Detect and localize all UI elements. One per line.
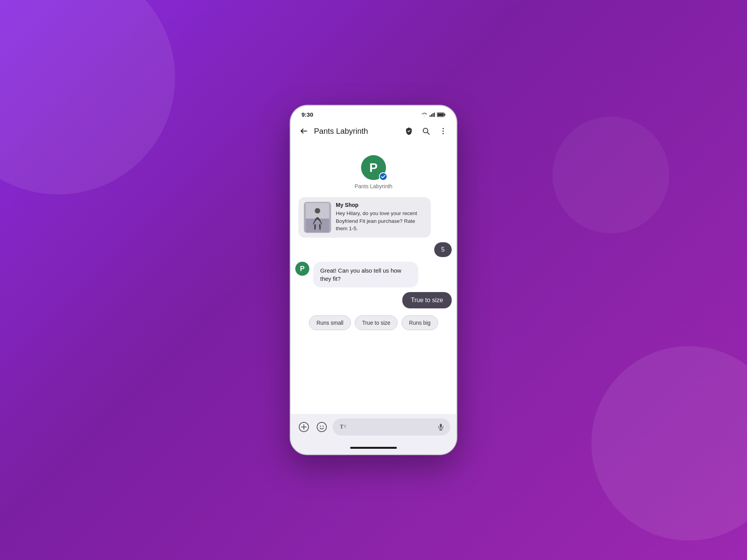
message-card-text: My Shop Hey Hilary, do you love your rec… [336,202,425,233]
svg-point-8 [442,128,444,129]
svg-point-9 [442,130,444,131]
text-format-icon: T T [340,423,348,431]
back-button[interactable] [297,124,311,138]
status-time: 9:30 [302,111,313,118]
business-profile: P Pants Labyrinth [295,149,452,192]
battery-icon [437,112,445,117]
svg-rect-6 [437,113,444,116]
signal-icon [430,112,435,117]
chat-area: P Pants Labyrinth [291,143,456,414]
bg-shape-2 [591,346,747,541]
user-message-rating-text: 5 [441,246,445,253]
business-avatar-letter: P [369,161,377,175]
svg-point-17 [320,426,321,427]
svg-rect-21 [440,424,442,428]
bg-shape-1 [0,0,175,194]
user-message-rating: 5 [434,242,452,257]
verified-badge [379,172,388,181]
svg-rect-0 [430,115,431,117]
quick-reply-true-to-size[interactable]: True to size [355,315,398,330]
emoji-button[interactable] [315,420,329,434]
user-message-selected: True to size [402,292,452,308]
input-bar: T T [291,414,456,443]
shield-button[interactable] [402,124,416,138]
home-indicator [291,443,456,454]
quick-reply-runs-small[interactable]: Runs small [309,315,351,330]
svg-point-16 [317,422,326,432]
bot-message-bubble: Great! Can you also tell us how they fit… [313,262,418,287]
svg-point-14 [315,208,320,214]
wifi-icon [421,112,428,117]
bot-message-row: P Great! Can you also tell us how they f… [295,262,452,287]
svg-point-18 [323,426,324,427]
app-bar: Pants Labyrinth [291,121,456,143]
input-field-wrapper: T T [333,418,450,436]
message-input[interactable]: T T [333,418,450,436]
add-button[interactable] [297,420,311,434]
app-bar-actions [402,124,450,138]
user-message-selected-text: True to size [411,297,443,303]
message-card-image [304,202,331,233]
status-icons [421,112,445,117]
svg-point-10 [442,133,444,134]
search-button[interactable] [419,124,433,138]
bg-shape-3 [552,117,669,233]
bot-avatar: P [295,262,309,276]
status-bar: 9:30 [291,106,456,121]
mic-button[interactable] [435,422,446,432]
message-card: My Shop Hey Hilary, do you love your rec… [298,197,431,238]
message-card-body: Hey Hilary, do you love your recent Boyf… [336,210,425,233]
quick-replies: Runs small True to size Runs big [295,313,452,332]
svg-rect-2 [433,113,434,117]
home-indicator-bar [350,447,397,449]
message-card-content: My Shop Hey Hilary, do you love your rec… [298,197,431,238]
svg-rect-1 [431,114,432,117]
message-card-sender: My Shop [336,202,425,208]
svg-text:T: T [340,424,344,430]
quick-reply-runs-big[interactable]: Runs big [402,315,438,330]
svg-rect-3 [434,112,435,117]
phone-shell: 9:30 [290,105,457,455]
business-name: Pants Labyrinth [354,183,392,189]
svg-text:T: T [344,425,346,429]
business-avatar-container: P [361,155,386,180]
app-bar-title: Pants Labyrinth [314,127,399,136]
svg-rect-13 [306,219,329,232]
svg-rect-5 [444,114,445,116]
more-options-button[interactable] [436,124,450,138]
